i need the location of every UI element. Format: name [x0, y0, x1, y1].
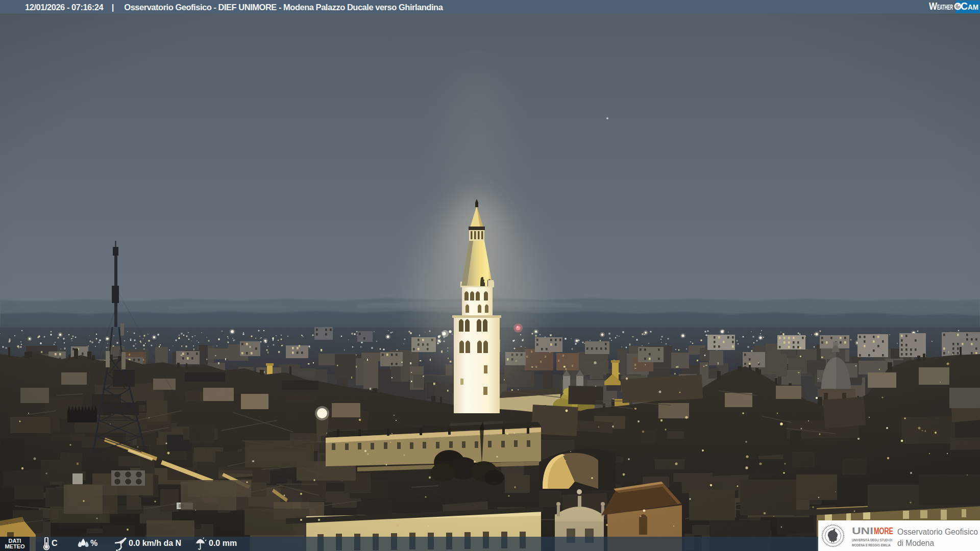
svg-text:MODENA E REGGIO EMILIA: MODENA E REGGIO EMILIA: [852, 543, 891, 547]
svg-text:Osservatorio Geofisico: Osservatorio Geofisico: [897, 527, 978, 537]
svg-text:UNIVERSITÀ DEGLI STUDI DI: UNIVERSITÀ DEGLI STUDI DI: [852, 538, 892, 542]
svg-text:W: W: [929, 1, 937, 12]
svg-text:EATHER: EATHER: [937, 3, 953, 11]
svg-text:MORE: MORE: [874, 525, 893, 536]
svg-text:di Modena: di Modena: [897, 538, 934, 548]
svg-text:C: C: [961, 1, 968, 12]
svg-text:UNI: UNI: [852, 525, 873, 536]
svg-text:AM: AM: [968, 3, 978, 11]
